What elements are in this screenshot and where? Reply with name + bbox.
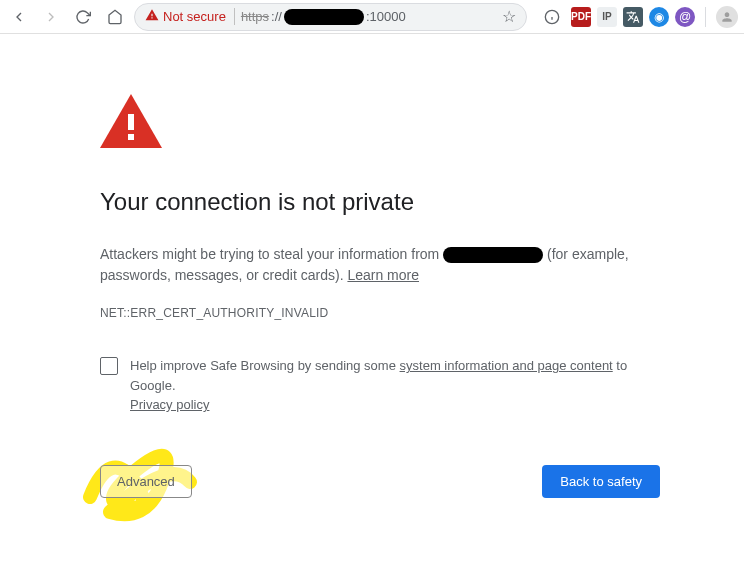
optin-prefix: Help improve Safe Browsing by sending so…: [130, 358, 396, 373]
back-to-safety-button[interactable]: Back to safety: [542, 465, 660, 498]
svg-rect-4: [128, 134, 134, 140]
learn-more-link[interactable]: Learn more: [347, 267, 419, 283]
url-sep: ://: [271, 9, 282, 24]
warning-body: Attackers might be trying to steal your …: [100, 244, 660, 286]
warning-triangle-icon: [145, 8, 159, 25]
reload-icon[interactable]: [70, 4, 96, 30]
url-display: https :// :10000: [241, 9, 406, 25]
optin-link[interactable]: system information and page content: [400, 358, 613, 373]
optin-text: Help improve Safe Browsing by sending so…: [130, 356, 660, 415]
svg-rect-3: [128, 114, 134, 130]
url-scheme: https: [241, 9, 269, 24]
forward-icon[interactable]: [38, 4, 64, 30]
site-info-icon[interactable]: [539, 4, 565, 30]
redacted-host: [284, 9, 364, 25]
privacy-policy-link[interactable]: Privacy policy: [130, 397, 209, 412]
optin-checkbox[interactable]: [100, 357, 118, 375]
home-icon[interactable]: [102, 4, 128, 30]
profile-avatar-icon[interactable]: [716, 6, 738, 28]
extension-blue-icon[interactable]: ◉: [649, 7, 669, 27]
extension-translate-icon[interactable]: [623, 7, 643, 27]
extension-purple-icon[interactable]: @: [675, 7, 695, 27]
extension-row: PDF IP ◉ @: [539, 4, 738, 30]
button-row: Advanced Back to safety: [100, 465, 660, 498]
redacted-host-inline: [443, 247, 543, 263]
back-icon[interactable]: [6, 4, 32, 30]
extension-ip-icon[interactable]: IP: [597, 7, 617, 27]
safe-browsing-optin: Help improve Safe Browsing by sending so…: [100, 356, 660, 415]
security-chip: Not secure: [145, 8, 235, 25]
large-warning-icon: [100, 94, 680, 154]
bookmark-star-icon[interactable]: ☆: [502, 7, 516, 26]
advanced-button[interactable]: Advanced: [100, 465, 192, 498]
page-headline: Your connection is not private: [100, 184, 680, 220]
extension-pdf-icon[interactable]: PDF: [571, 7, 591, 27]
url-port: :10000: [366, 9, 406, 24]
ssl-interstitial: Your connection is not private Attackers…: [0, 34, 680, 498]
address-bar[interactable]: Not secure https :// :10000 ☆: [134, 3, 527, 31]
body-prefix: Attackers might be trying to steal your …: [100, 246, 439, 262]
toolbar-divider: [705, 7, 706, 27]
not-secure-label: Not secure: [163, 9, 226, 24]
error-code: NET::ERR_CERT_AUTHORITY_INVALID: [100, 304, 680, 322]
browser-toolbar: Not secure https :// :10000 ☆ PDF IP ◉ @: [0, 0, 744, 34]
